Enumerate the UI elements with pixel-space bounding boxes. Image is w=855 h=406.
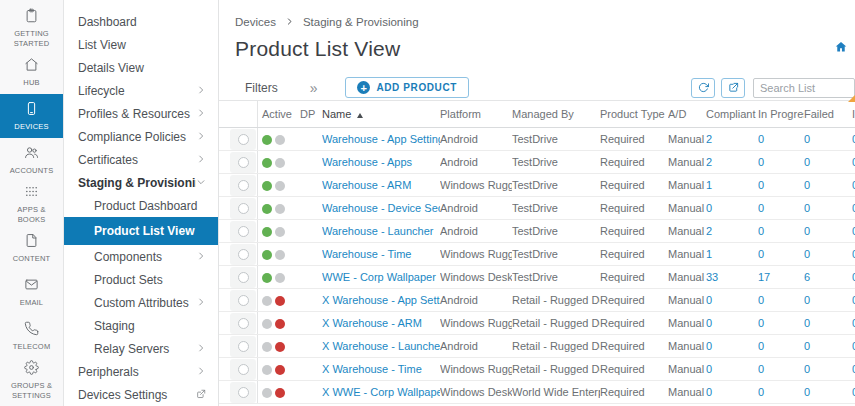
compliant-count-link[interactable]: 0 — [706, 363, 712, 375]
sidebar-item-components[interactable]: Components — [64, 245, 218, 268]
column-header-failed[interactable]: Failed — [804, 108, 852, 120]
product-name-link[interactable]: X Warehouse - Time — [322, 363, 422, 375]
row-select-radio[interactable] — [238, 180, 249, 191]
product-name-link[interactable]: Warehouse - ARM — [322, 179, 411, 191]
rail-item-apps-books[interactable]: APPS & BOOKS — [0, 182, 63, 226]
active-toggle[interactable] — [260, 248, 300, 260]
column-header-name[interactable]: Name — [322, 108, 440, 120]
rail-item-getting-started[interactable]: GETTING STARTED — [0, 6, 63, 50]
failed-count-link[interactable]: 0 — [804, 386, 810, 398]
breadcrumb-devices[interactable]: Devices — [235, 16, 276, 28]
sidebar-item-details-view[interactable]: Details View — [64, 56, 218, 79]
active-toggle[interactable] — [260, 363, 300, 375]
sidebar-item-list-view[interactable]: List View — [64, 33, 218, 56]
product-name-link[interactable]: WWE - Corp Wallpaper — [322, 271, 436, 283]
in-progress-count-link[interactable]: 0 — [758, 317, 764, 329]
sidebar-item-product-dashboard[interactable]: Product Dashboard — [64, 194, 218, 217]
search-input[interactable] — [753, 78, 855, 98]
sidebar-item-relay-servers[interactable]: Relay Servers — [64, 337, 218, 360]
active-toggle[interactable] — [260, 179, 300, 191]
failed-count-link[interactable]: 0 — [804, 202, 810, 214]
product-name-link[interactable]: X WWE - Corp Wallpaper — [322, 386, 440, 398]
failed-count-link[interactable]: 0 — [804, 179, 810, 191]
rail-item-email[interactable]: EMAIL — [0, 270, 63, 314]
active-toggle[interactable] — [260, 271, 300, 283]
product-name-link[interactable]: Warehouse - Launcher — [322, 225, 434, 237]
compliant-count-link[interactable]: 33 — [706, 271, 718, 283]
compliant-count-link[interactable]: 1 — [706, 179, 712, 191]
filters-expand-icon[interactable]: » — [310, 81, 318, 95]
sidebar-item-product-sets[interactable]: Product Sets — [64, 268, 218, 291]
in-progress-count-link[interactable]: 0 — [758, 386, 764, 398]
row-select-radio[interactable] — [238, 226, 249, 237]
failed-count-link[interactable]: 6 — [804, 271, 810, 283]
compliant-count-link[interactable]: 2 — [706, 225, 712, 237]
sidebar-item-peripherals[interactable]: Peripherals — [64, 360, 218, 383]
in-progress-count-link[interactable]: 17 — [758, 271, 770, 283]
in-progress-count-link[interactable]: 0 — [758, 202, 764, 214]
compliant-count-link[interactable]: 0 — [706, 386, 712, 398]
product-name-link[interactable]: Warehouse - Apps — [322, 156, 412, 168]
rail-item-devices[interactable]: DEVICES — [0, 94, 63, 138]
row-select-radio[interactable] — [238, 249, 249, 260]
row-select-radio[interactable] — [238, 364, 249, 375]
rail-item-accounts[interactable]: ACCOUNTS — [0, 138, 63, 182]
breadcrumb-staging-provisioning[interactable]: Staging & Provisioning — [303, 16, 419, 28]
refresh-button[interactable] — [691, 78, 715, 98]
in-progress-count-link[interactable]: 0 — [758, 225, 764, 237]
filters-toggle[interactable]: Filters — [245, 81, 278, 95]
product-name-link[interactable]: Warehouse - Time — [322, 248, 411, 260]
active-toggle[interactable] — [260, 317, 300, 329]
failed-count-link[interactable]: 0 — [804, 225, 810, 237]
in-progress-count-link[interactable]: 0 — [758, 248, 764, 260]
compliant-count-link[interactable]: 2 — [706, 156, 712, 168]
column-header-platform[interactable]: Platform — [440, 108, 512, 120]
failed-count-link[interactable]: 0 — [804, 248, 810, 260]
sidebar-item-staging-provisioning[interactable]: Staging & Provisioning — [64, 171, 218, 194]
sidebar-item-custom-attributes[interactable]: Custom Attributes — [64, 291, 218, 314]
failed-count-link[interactable]: 0 — [804, 294, 810, 306]
sidebar-item-staging[interactable]: Staging — [64, 314, 218, 337]
in-progress-count-link[interactable]: 0 — [758, 179, 764, 191]
in-progress-count-link[interactable]: 0 — [758, 363, 764, 375]
add-product-button[interactable]: + ADD PRODUCT — [345, 77, 469, 98]
row-select-radio[interactable] — [238, 272, 249, 283]
row-select-radio[interactable] — [238, 157, 249, 168]
column-header-product-type[interactable]: Product Type — [600, 108, 668, 120]
rail-item-content[interactable]: CONTENT — [0, 226, 63, 270]
row-select-radio[interactable] — [238, 318, 249, 329]
sidebar-item-lifecycle[interactable]: Lifecycle — [64, 79, 218, 102]
row-select-radio[interactable] — [238, 295, 249, 306]
in-progress-count-link[interactable]: 0 — [758, 133, 764, 145]
compliant-count-link[interactable]: 0 — [706, 202, 712, 214]
failed-count-link[interactable]: 0 — [804, 156, 810, 168]
column-header-dp[interactable]: DP — [300, 108, 322, 120]
active-toggle[interactable] — [260, 156, 300, 168]
sidebar-item-dashboard[interactable]: Dashboard — [64, 10, 218, 33]
product-name-link[interactable]: Warehouse - App Settings — [322, 133, 440, 145]
row-select-radio[interactable] — [238, 203, 249, 214]
product-name-link[interactable]: X Warehouse - App Settings — [322, 294, 440, 306]
column-header-compliant[interactable]: Compliant — [706, 108, 758, 120]
home-icon[interactable] — [834, 40, 848, 54]
rail-item-groups-settings[interactable]: GROUPS & SETTINGS — [0, 358, 63, 402]
in-progress-count-link[interactable]: 0 — [758, 156, 764, 168]
failed-count-link[interactable]: 0 — [804, 133, 810, 145]
active-toggle[interactable] — [260, 133, 300, 145]
sidebar-item-certificates[interactable]: Certificates — [64, 148, 218, 171]
compliant-count-link[interactable]: 1 — [706, 248, 712, 260]
compliant-count-link[interactable]: 0 — [706, 317, 712, 329]
column-header-managed-by[interactable]: Managed By — [512, 108, 600, 120]
product-name-link[interactable]: X Warehouse - ARM — [322, 317, 422, 329]
active-toggle[interactable] — [260, 202, 300, 214]
sidebar-item-profiles-resources[interactable]: Profiles & Resources — [64, 102, 218, 125]
product-name-link[interactable]: Warehouse - Device Security — [322, 202, 440, 214]
active-toggle[interactable] — [260, 225, 300, 237]
in-progress-count-link[interactable]: 0 — [758, 340, 764, 352]
in-progress-count-link[interactable]: 0 — [758, 294, 764, 306]
row-select-radio[interactable] — [238, 387, 249, 398]
sidebar-item-compliance-policies[interactable]: Compliance Policies — [64, 125, 218, 148]
rail-item-telecom[interactable]: TELECOM — [0, 314, 63, 358]
column-header-active[interactable]: Active — [260, 108, 300, 120]
sidebar-item-devices-settings[interactable]: Devices Settings — [64, 383, 218, 406]
